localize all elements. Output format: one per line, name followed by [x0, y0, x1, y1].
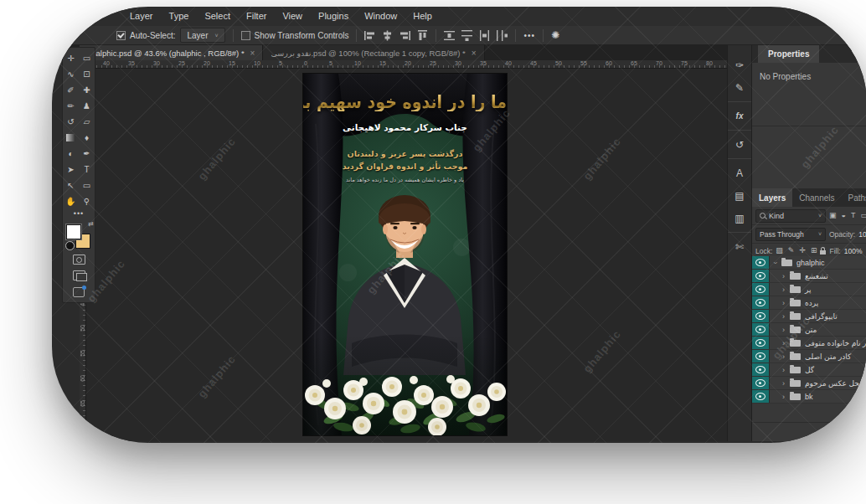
- direct-selection-tool[interactable]: ↖: [63, 177, 79, 193]
- visibility-toggle[interactable]: [752, 296, 770, 309]
- expand-icon[interactable]: ›: [780, 379, 787, 388]
- layer-row-5[interactable]: ›متن: [752, 323, 866, 337]
- fill-value[interactable]: 100%: [844, 247, 863, 255]
- paragraph-panel-icon[interactable]: ▥: [728, 207, 751, 229]
- tools-dock-icon[interactable]: ✄: [728, 235, 751, 258]
- close-icon[interactable]: ×: [250, 49, 255, 58]
- layer-row-3[interactable]: ›پرده: [752, 296, 866, 310]
- visibility-toggle[interactable]: [752, 323, 770, 336]
- expand-icon[interactable]: ›: [780, 312, 787, 321]
- screen-mode-button[interactable]: [73, 270, 85, 280]
- type-tool[interactable]: T: [79, 162, 95, 177]
- visibility-toggle[interactable]: [752, 390, 770, 403]
- distribute-left-icon[interactable]: [479, 30, 490, 41]
- menu-window[interactable]: Window: [364, 11, 397, 21]
- lasso-tool[interactable]: ∿: [63, 66, 79, 82]
- path-selection-tool[interactable]: ➤: [63, 162, 79, 177]
- menu-filter[interactable]: Filter: [246, 11, 266, 21]
- layer-row-9[interactable]: ›محل عکس مرحوم: [752, 377, 866, 390]
- expand-icon[interactable]: ›: [780, 366, 787, 374]
- expand-icon[interactable]: ›: [780, 272, 787, 280]
- show-transform-checkbox[interactable]: [241, 31, 250, 40]
- expand-icon[interactable]: ›: [780, 339, 787, 347]
- pixel-filter-icon[interactable]: ▣: [829, 212, 837, 219]
- visibility-toggle[interactable]: [752, 377, 770, 389]
- visibility-toggle[interactable]: [752, 337, 770, 349]
- lock-all-icon[interactable]: [820, 250, 826, 255]
- close-icon[interactable]: ×: [472, 49, 477, 58]
- align-right-icon[interactable]: [399, 30, 410, 41]
- styles-panel-icon[interactable]: fx: [728, 105, 751, 127]
- distribute-top-icon[interactable]: [444, 30, 455, 41]
- layer-row-7[interactable]: ›کادر متن اصلی: [752, 350, 866, 363]
- clone-stamp-tool[interactable]: ♟: [79, 98, 95, 114]
- expand-icon[interactable]: ›: [780, 285, 787, 294]
- expand-icon[interactable]: ›: [780, 352, 787, 361]
- visibility-toggle[interactable]: [752, 256, 770, 269]
- layer-row-8[interactable]: ›گل: [752, 363, 866, 377]
- foreground-color-swatch[interactable]: [66, 224, 81, 239]
- healing-brush-tool[interactable]: ✚: [79, 82, 95, 98]
- expand-icon[interactable]: ›: [780, 299, 787, 307]
- more-options-button[interactable]: •••: [523, 31, 535, 40]
- align-center-horizontal-icon[interactable]: [382, 30, 393, 41]
- quick-mask-button[interactable]: [73, 255, 85, 265]
- expand-icon[interactable]: ›: [780, 393, 787, 401]
- distribute-horizontal-icon[interactable]: [497, 30, 508, 41]
- layer-row-1[interactable]: ›تشعشع: [752, 270, 866, 283]
- brush-panel-icon[interactable]: ✎: [728, 76, 751, 99]
- visibility-toggle[interactable]: [752, 270, 770, 282]
- toolbar-more-icon[interactable]: •••: [74, 209, 84, 219]
- blur-tool[interactable]: ♦: [79, 130, 95, 146]
- menu-plugins[interactable]: Plugins: [318, 11, 348, 21]
- swap-colors-icon[interactable]: ⇄: [88, 220, 94, 228]
- gear-icon[interactable]: ✺: [551, 30, 559, 40]
- auto-select-target-dropdown[interactable]: Layer ˅: [180, 28, 224, 43]
- blend-mode-dropdown[interactable]: Pass Through ˅: [755, 228, 826, 241]
- shape-tool[interactable]: ▭: [79, 177, 95, 193]
- type-filter-icon[interactable]: T: [851, 212, 856, 219]
- eyedropper-tool[interactable]: ✐: [63, 82, 79, 98]
- expand-icon[interactable]: ›: [780, 326, 787, 334]
- visibility-toggle[interactable]: [752, 283, 770, 296]
- align-top-icon[interactable]: [417, 30, 428, 41]
- layer-row-10[interactable]: ›bk: [752, 390, 866, 404]
- edit-in-button[interactable]: [73, 287, 85, 297]
- gradient-tool[interactable]: [63, 130, 79, 146]
- visibility-toggle[interactable]: [752, 310, 770, 322]
- lock-paint-icon[interactable]: ✎: [788, 247, 795, 255]
- tab-paths[interactable]: Paths: [842, 188, 866, 207]
- kind-filter-dropdown[interactable]: Kind ˅: [755, 209, 826, 223]
- poster-document[interactable]: ما را در اندوه خود سهیم بدانید جناب سرکا…: [303, 74, 507, 435]
- move-tool[interactable]: ✛: [63, 50, 79, 66]
- distribute-vertical-icon[interactable]: [461, 30, 472, 41]
- layer-row-2[interactable]: ›پر: [752, 283, 866, 296]
- menu-view[interactable]: View: [282, 11, 302, 21]
- collapse-icon[interactable]: ›: [771, 259, 780, 266]
- menu-layer[interactable]: Layer: [130, 11, 153, 21]
- pen-tool[interactable]: ✒: [79, 146, 95, 162]
- tab-channels[interactable]: Channels: [792, 188, 841, 207]
- menu-type[interactable]: Type: [169, 11, 189, 21]
- dodge-tool[interactable]: ◐: [63, 146, 79, 162]
- tab-layers[interactable]: Layers: [752, 188, 792, 207]
- opacity-value[interactable]: 100%: [858, 230, 866, 239]
- tab-properties[interactable]: Properties: [758, 45, 819, 63]
- zoom-tool[interactable]: ⚲: [79, 193, 95, 209]
- auto-select-checkbox[interactable]: [116, 31, 126, 40]
- history-brush-tool[interactable]: ↺: [63, 114, 79, 130]
- character-panel-icon[interactable]: ▤: [728, 184, 751, 207]
- layer-row-4[interactable]: ›تایپوگرافی: [752, 310, 866, 323]
- history-panel-icon[interactable]: ↺: [728, 133, 751, 156]
- marquee-tool[interactable]: ▭: [79, 50, 95, 66]
- adjustment-filter-icon[interactable]: ◒: [842, 212, 846, 219]
- default-colors-icon[interactable]: [65, 241, 75, 250]
- glyphs-panel-icon[interactable]: A: [728, 162, 751, 184]
- document-tab-1[interactable]: ghalphic.psd @ 43.6% (ghalphic , RGB/8#)…: [80, 45, 263, 61]
- brush-settings-icon[interactable]: ✑: [728, 54, 751, 76]
- shape-filter-icon[interactable]: ▭: [860, 212, 866, 219]
- lock-transparency-icon[interactable]: ▨: [776, 247, 783, 255]
- layer-row-6[interactable]: ›کادر نام خانواده متوفی: [752, 337, 866, 350]
- layer-row-0[interactable]: ›ghalphic: [752, 256, 866, 270]
- lock-artboard-icon[interactable]: ⊞: [811, 247, 817, 255]
